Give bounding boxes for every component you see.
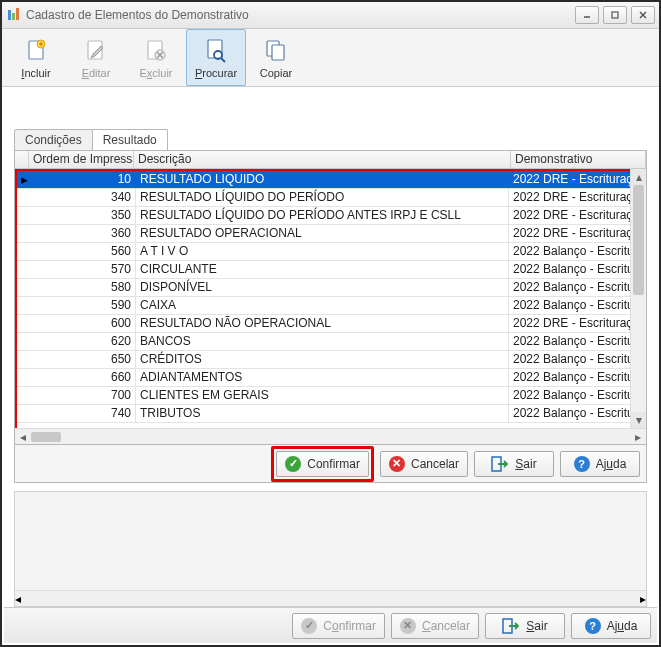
svg-rect-2 [16, 8, 19, 20]
check-icon: ✓ [301, 618, 317, 634]
toolbar-label: Incluir [21, 67, 50, 79]
toolbar-label: Excluir [139, 67, 172, 79]
table-row[interactable]: 590CAIXA2022 Balanço - Escritura [17, 297, 644, 315]
search-document-icon [202, 37, 230, 65]
sair-button[interactable]: Sair [474, 451, 554, 477]
scroll-left-icon[interactable]: ◂ [15, 592, 21, 606]
bottom-sair-button[interactable]: Sair [485, 613, 565, 639]
column-header-demonstrativo[interactable]: Demonstrativo [511, 151, 646, 168]
cell-descricao: CRÉDITOS [136, 351, 509, 368]
button-label: Cancelar [411, 457, 459, 471]
column-header-descricao[interactable]: Descrição [134, 151, 511, 168]
button-label: Ajuda [596, 457, 627, 471]
cell-demonstrativo: 2022 Balanço - Escritura [509, 369, 644, 386]
minimize-button[interactable] [575, 6, 599, 24]
table-row[interactable]: 580DISPONÍVEL2022 Balanço - Escritura [17, 279, 644, 297]
vertical-scrollbar[interactable]: ▴ ▾ [630, 169, 646, 428]
cell-demonstrativo: 2022 DRE - Escrituração [509, 315, 644, 332]
table-row[interactable]: 650CRÉDITOS2022 Balanço - Escritura [17, 351, 644, 369]
scroll-up-icon[interactable]: ▴ [631, 169, 646, 185]
row-indicator-icon [17, 351, 31, 368]
cell-ordem: 620 [31, 333, 136, 350]
table-row[interactable]: 620BANCOS2022 Balanço - Escritura [17, 333, 644, 351]
row-indicator-icon [17, 315, 31, 332]
row-indicator-icon [17, 243, 31, 260]
row-indicator-icon [17, 297, 31, 314]
new-document-icon [22, 37, 50, 65]
cell-descricao: RESULTADO OPERACIONAL [136, 225, 509, 242]
cell-descricao: CAIXA [136, 297, 509, 314]
bottom-confirmar-button[interactable]: ✓ Confirmar [292, 613, 385, 639]
toolbar: Incluir Editar Excluir Procurar Copiar [2, 29, 659, 87]
button-label: Confirmar [307, 457, 360, 471]
cancel-icon: ✕ [389, 456, 405, 472]
cell-demonstrativo: 2022 Balanço - Escritura [509, 243, 644, 260]
button-label: Ajuda [607, 619, 638, 633]
cell-descricao: DISPONÍVEL [136, 279, 509, 296]
confirmar-button[interactable]: ✓ Confirmar [276, 451, 369, 477]
table-row[interactable]: 600RESULTADO NÃO OPERACIONAL2022 DRE - E… [17, 315, 644, 333]
results-panel: Ordem de Impressão Descrição Demonstrati… [14, 150, 647, 445]
table-row[interactable]: 700CLIENTES EM GERAIS2022 Balanço - Escr… [17, 387, 644, 405]
toolbar-incluir[interactable]: Incluir [6, 29, 66, 86]
app-icon [6, 7, 22, 23]
cell-ordem: 660 [31, 369, 136, 386]
ajuda-button[interactable]: ? Ajuda [560, 451, 640, 477]
tab-condicoes[interactable]: Condições [14, 129, 93, 150]
scroll-down-icon[interactable]: ▾ [631, 412, 646, 428]
toolbar-copiar[interactable]: Copiar [246, 29, 306, 86]
check-icon: ✓ [285, 456, 301, 472]
table-row[interactable]: 340RESULTADO LÍQUIDO DO PERÍODO2022 DRE … [17, 189, 644, 207]
row-indicator-icon [17, 189, 31, 206]
tab-resultado[interactable]: Resultado [92, 129, 168, 150]
window-title: Cadastro de Elementos do Demonstrativo [26, 8, 575, 22]
cell-ordem: 740 [31, 405, 136, 422]
table-row[interactable]: ▶10RESULTADO LIQUIDO2022 DRE - Escritura… [17, 171, 644, 189]
table-row[interactable]: 740TRIBUTOS2022 Balanço - Escritura [17, 405, 644, 423]
table-row[interactable]: 660ADIANTAMENTOS2022 Balanço - Escritura [17, 369, 644, 387]
toolbar-label: Copiar [260, 67, 292, 79]
toolbar-editar[interactable]: Editar [66, 29, 126, 86]
delete-document-icon [142, 37, 170, 65]
row-indicator-icon [17, 279, 31, 296]
table-row[interactable]: 560A T I V O2022 Balanço - Escritura [17, 243, 644, 261]
maximize-button[interactable] [603, 6, 627, 24]
dialog-button-bar: ✓ Confirmar ✕ Cancelar Sair ? Ajuda [14, 445, 647, 483]
bottom-button-bar: ✓ Confirmar ✕ Cancelar Sair ? Ajuda [4, 607, 657, 643]
cell-ordem: 10 [31, 171, 136, 188]
bottom-ajuda-button[interactable]: ? Ajuda [571, 613, 651, 639]
cell-demonstrativo: 2022 DRE - Escrituração [509, 189, 644, 206]
cell-ordem: 600 [31, 315, 136, 332]
table-row[interactable]: 350RESULTADO LÍQUIDO DO PERÍODO ANTES IR… [17, 207, 644, 225]
row-indicator-icon [17, 225, 31, 242]
close-button[interactable] [631, 6, 655, 24]
tab-strip: Condições Resultado [14, 129, 647, 150]
edit-document-icon [82, 37, 110, 65]
cell-demonstrativo: 2022 Balanço - Escritura [509, 387, 644, 404]
cell-ordem: 570 [31, 261, 136, 278]
cell-descricao: A T I V O [136, 243, 509, 260]
cell-ordem: 360 [31, 225, 136, 242]
svg-rect-18 [272, 45, 284, 60]
bottom-cancelar-button[interactable]: ✕ Cancelar [391, 613, 479, 639]
toolbar-excluir[interactable]: Excluir [126, 29, 186, 86]
toolbar-procurar[interactable]: Procurar [186, 29, 246, 86]
row-indicator-icon: ▶ [17, 171, 31, 188]
scroll-right-icon[interactable]: ▸ [630, 429, 646, 445]
toolbar-label: Editar [82, 67, 111, 79]
table-row[interactable]: 360RESULTADO OPERACIONAL2022 DRE - Escri… [17, 225, 644, 243]
scroll-left-icon[interactable]: ◂ [15, 429, 31, 445]
button-label: Sair [515, 457, 536, 471]
horizontal-scrollbar[interactable]: ◂ ▸ [15, 428, 646, 444]
button-label: Cancelar [422, 619, 470, 633]
cell-ordem: 590 [31, 297, 136, 314]
exit-icon [502, 618, 520, 634]
row-indicator-icon [17, 387, 31, 404]
row-indicator-icon [17, 369, 31, 386]
column-header-ordem[interactable]: Ordem de Impressão [29, 151, 134, 168]
scroll-right-icon[interactable]: ▸ [640, 592, 646, 606]
table-row[interactable]: 570CIRCULANTE2022 Balanço - Escritura [17, 261, 644, 279]
row-indicator-icon [17, 333, 31, 350]
svg-rect-1 [12, 13, 15, 20]
cancelar-button[interactable]: ✕ Cancelar [380, 451, 468, 477]
